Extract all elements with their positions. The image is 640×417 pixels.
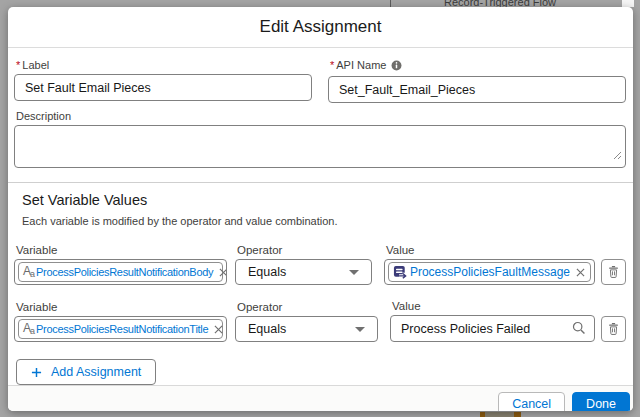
operator-column: Operator Equals bbox=[235, 244, 372, 285]
value-column-label: Value bbox=[386, 244, 595, 256]
chevron-down-icon bbox=[349, 270, 359, 275]
api-name-field-label-text: API Name bbox=[336, 59, 386, 71]
variable-column-label: Variable bbox=[16, 244, 227, 256]
api-name-field-label: *API Name bbox=[330, 59, 626, 73]
value-pill[interactable]: ProcessPoliciesFaultMessage bbox=[388, 262, 591, 282]
plus-icon bbox=[31, 367, 42, 378]
dialog-title: Edit Assignment bbox=[260, 17, 382, 37]
api-name-input[interactable] bbox=[328, 76, 626, 103]
background-panel-fragment bbox=[622, 0, 634, 7]
value-column-label: Value bbox=[392, 300, 595, 312]
delete-row-button[interactable] bbox=[601, 259, 626, 285]
chevron-down-icon bbox=[355, 327, 365, 332]
required-asterisk: * bbox=[330, 59, 334, 71]
label-field-label-text: Label bbox=[22, 59, 49, 71]
label-field-label: *Label bbox=[16, 59, 312, 71]
value-column: Value bbox=[390, 300, 595, 342]
section-title: Set Variable Values bbox=[22, 192, 626, 208]
variable-pill[interactable]: Aa ProcessPoliciesResultNotificationTitl… bbox=[18, 319, 223, 339]
remove-icon[interactable] bbox=[217, 266, 227, 278]
assignment-row: Variable Aa ProcessPoliciesResultNotific… bbox=[14, 244, 626, 285]
flow-type-label-wrap: Record-Triggered Flow bbox=[415, 0, 585, 7]
operator-column-label: Operator bbox=[237, 244, 372, 256]
operator-select[interactable]: Equals bbox=[235, 316, 378, 342]
remove-icon[interactable] bbox=[574, 266, 586, 278]
trash-icon bbox=[607, 322, 620, 336]
label-field: *Label bbox=[14, 57, 312, 103]
info-icon[interactable] bbox=[391, 60, 402, 73]
dialog-footer: Cancel Done bbox=[8, 385, 633, 411]
trash-icon bbox=[607, 265, 620, 279]
set-variable-values-section: Set Variable Values Each variable is mod… bbox=[8, 183, 633, 385]
add-assignment-button[interactable]: Add Assignment bbox=[16, 359, 156, 385]
flow-type-label: Record-Triggered Flow bbox=[415, 0, 585, 7]
required-asterisk: * bbox=[16, 59, 20, 71]
value-column: Value ProcessPoliciesFaultMessage bbox=[384, 244, 595, 285]
edit-assignment-dialog: Edit Assignment *Label *API Name Descrip… bbox=[8, 7, 633, 411]
description-field-label: Description bbox=[16, 110, 626, 122]
name-fields-row: *Label *API Name bbox=[14, 57, 626, 103]
value-pill-label: ProcessPoliciesFaultMessage bbox=[410, 265, 570, 279]
value-combobox[interactable]: ProcessPoliciesFaultMessage bbox=[384, 259, 595, 285]
variable-column: Variable Aa ProcessPoliciesResultNotific… bbox=[14, 244, 227, 285]
dialog-header: Edit Assignment bbox=[8, 7, 633, 48]
operator-column-label: Operator bbox=[237, 301, 378, 313]
text-type-icon: Aa bbox=[23, 265, 34, 279]
done-button[interactable]: Done bbox=[572, 392, 630, 411]
variable-combobox[interactable]: Aa ProcessPoliciesResultNotificationBody bbox=[14, 259, 227, 285]
cancel-button[interactable]: Cancel bbox=[498, 392, 565, 411]
delete-row-button[interactable] bbox=[601, 316, 626, 342]
operator-selected-value: Equals bbox=[248, 265, 349, 279]
text-type-icon: Aa bbox=[23, 322, 34, 336]
variable-combobox[interactable]: Aa ProcessPoliciesResultNotificationTitl… bbox=[14, 316, 227, 342]
api-name-field: *API Name bbox=[328, 57, 626, 103]
background-panel-divider bbox=[390, 0, 391, 7]
value-search-input[interactable] bbox=[390, 315, 595, 342]
variable-pill[interactable]: Aa ProcessPoliciesResultNotificationBody bbox=[18, 262, 223, 282]
add-assignment-label: Add Assignment bbox=[51, 365, 141, 379]
variable-column: Variable Aa ProcessPoliciesResultNotific… bbox=[14, 301, 227, 342]
section-subtitle: Each variable is modified by the operato… bbox=[22, 215, 626, 227]
variable-column-label: Variable bbox=[16, 301, 227, 313]
variable-icon bbox=[393, 265, 408, 280]
description-textarea[interactable] bbox=[14, 125, 626, 168]
assignment-rows: Variable Aa ProcessPoliciesResultNotific… bbox=[14, 244, 626, 385]
assignment-row: Variable Aa ProcessPoliciesResultNotific… bbox=[14, 300, 626, 342]
operator-selected-value: Equals bbox=[248, 322, 355, 336]
variable-pill-label: ProcessPoliciesResultNotificationBody bbox=[36, 266, 213, 278]
operator-column: Operator Equals bbox=[235, 301, 378, 342]
description-field: Description bbox=[14, 110, 626, 172]
operator-select[interactable]: Equals bbox=[235, 259, 372, 285]
label-input[interactable] bbox=[14, 74, 312, 101]
dialog-body: *Label *API Name Description bbox=[8, 48, 633, 172]
variable-pill-label: ProcessPoliciesResultNotificationTitle bbox=[36, 323, 208, 335]
search-icon bbox=[572, 321, 586, 339]
canvas-node-fragment bbox=[480, 412, 521, 417]
remove-icon[interactable] bbox=[212, 323, 224, 335]
